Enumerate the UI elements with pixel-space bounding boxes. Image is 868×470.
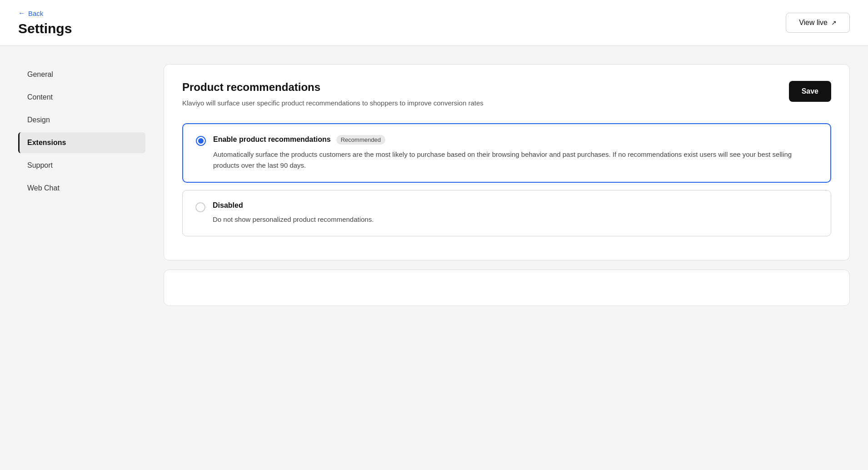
- option-disabled-content: Disabled Do not show personalized produc…: [213, 201, 818, 225]
- section-description: Klaviyo will surface user specific produ…: [182, 98, 523, 109]
- option-disabled-description: Do not show personalized product recomme…: [213, 214, 818, 225]
- sidebar-item-content[interactable]: Content: [18, 87, 145, 108]
- option-disabled[interactable]: Disabled Do not show personalized produc…: [182, 190, 831, 236]
- back-arrow-icon: ←: [18, 9, 25, 17]
- page-header: ← Back Settings View live ↗: [0, 0, 868, 46]
- header-left: ← Back Settings: [18, 9, 72, 36]
- content-wrapper: General Content Design Extensions Suppor…: [0, 46, 868, 324]
- sidebar-item-general[interactable]: General: [18, 64, 145, 85]
- sidebar-item-design[interactable]: Design: [18, 110, 145, 130]
- radio-disabled: [195, 202, 205, 212]
- view-live-label: View live: [799, 19, 828, 27]
- option-enable-description: Automatically surface the products custo…: [213, 149, 818, 171]
- back-label: Back: [28, 10, 43, 17]
- sidebar: General Content Design Extensions Suppor…: [18, 64, 164, 306]
- sidebar-item-extensions[interactable]: Extensions: [18, 132, 145, 153]
- option-enable-title: Enable product recommendations: [213, 135, 331, 144]
- sidebar-item-design-label: Design: [27, 116, 50, 124]
- option-enable[interactable]: Enable product recommendations Recommend…: [182, 123, 831, 183]
- radio-enable: [196, 136, 206, 146]
- bottom-partial-card: [164, 270, 850, 306]
- sidebar-item-support-label: Support: [27, 161, 53, 169]
- sidebar-item-general-label: General: [27, 70, 53, 78]
- radio-enable-inner: [198, 138, 204, 144]
- product-recommendations-card: Product recommendations Klaviyo will sur…: [164, 64, 850, 260]
- page-title: Settings: [18, 21, 72, 36]
- card-title-section: Product recommendations Klaviyo will sur…: [182, 81, 780, 109]
- option-enable-title-row: Enable product recommendations Recommend…: [213, 135, 818, 145]
- back-link[interactable]: ← Back: [18, 9, 72, 17]
- recommended-badge: Recommended: [336, 135, 385, 145]
- option-disabled-title: Disabled: [213, 201, 243, 210]
- section-title: Product recommendations: [182, 81, 780, 94]
- option-enable-content: Enable product recommendations Recommend…: [213, 135, 818, 171]
- sidebar-item-content-label: Content: [27, 93, 53, 101]
- sidebar-item-web-chat-label: Web Chat: [27, 184, 60, 192]
- sidebar-item-extensions-label: Extensions: [27, 139, 66, 146]
- view-live-button[interactable]: View live ↗: [786, 13, 850, 33]
- option-disabled-title-row: Disabled: [213, 201, 818, 210]
- sidebar-item-support[interactable]: Support: [18, 155, 145, 176]
- external-link-icon: ↗: [831, 19, 837, 26]
- card-header: Product recommendations Klaviyo will sur…: [182, 81, 831, 109]
- sidebar-item-web-chat[interactable]: Web Chat: [18, 178, 145, 199]
- main-content: Product recommendations Klaviyo will sur…: [164, 64, 850, 306]
- save-button[interactable]: Save: [789, 81, 831, 102]
